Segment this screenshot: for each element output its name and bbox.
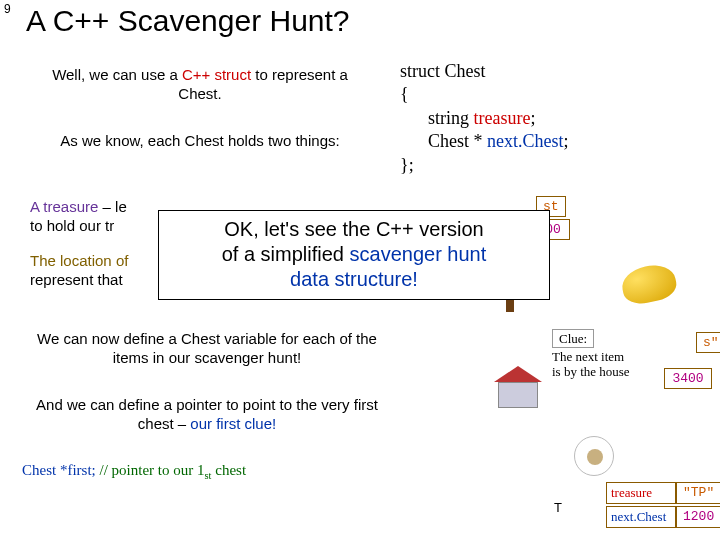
- para-ptr: And we can define a pointer to point to …: [22, 396, 392, 434]
- struct-l5: };: [400, 154, 569, 177]
- struct-l4a: Chest *: [428, 131, 487, 151]
- bananas-icon: [619, 261, 679, 307]
- struct-l3b: treasure: [474, 108, 531, 128]
- struct-l2: {: [400, 83, 569, 106]
- struct-l4b: next.Chest: [487, 131, 564, 151]
- callout-l1: OK, let's see the C++ version: [169, 217, 539, 242]
- clue-next1: The next item: [552, 350, 630, 364]
- first-d: chest: [212, 462, 247, 478]
- fld-nextchest-lbl: next.Chest: [606, 506, 676, 528]
- code-first: Chest *first; // pointer to our 1st ches…: [22, 462, 392, 481]
- clue-next2: is by the house: [552, 365, 630, 379]
- roof-icon: [494, 366, 542, 382]
- para-know: As we know, each Chest holds two things:: [40, 132, 360, 151]
- struct-code: struct Chest { string treasure; Chest * …: [400, 60, 569, 177]
- struct-l3a: string: [428, 108, 474, 128]
- loc-b: represent that: [30, 271, 123, 288]
- ptr-b: our first clue!: [190, 415, 276, 432]
- first-b: // pointer to our 1: [96, 462, 205, 478]
- callout-box: OK, let's see the C++ version of a simpl…: [158, 210, 550, 300]
- first-a: Chest *first;: [22, 462, 96, 478]
- loc-a: The location of: [30, 252, 128, 269]
- frag-3400: 3400: [664, 368, 712, 389]
- frag-s: s": [696, 332, 720, 353]
- first-c: st: [205, 470, 212, 481]
- treasure-a: A treasure: [30, 198, 98, 215]
- clue-box: Clue:: [552, 329, 594, 348]
- struct-l3c: ;: [530, 108, 535, 128]
- fld-treasure-val: "TP": [676, 482, 720, 504]
- house-icon: [498, 382, 538, 408]
- tp-icon: [574, 436, 614, 476]
- treasure-b: – le: [98, 198, 126, 215]
- intro-a: Well, we can use a: [52, 66, 182, 83]
- para-define: We can now define a Chest variable for e…: [22, 330, 392, 368]
- treasure-c: to hold our tr: [30, 217, 114, 234]
- clue-group: Clue: The next item is by the house: [552, 332, 630, 379]
- para-intro: Well, we can use a C++ struct to represe…: [40, 66, 360, 104]
- frag-T: T: [554, 500, 562, 515]
- tree-trunk-icon: [506, 300, 514, 312]
- slide-number: 9: [4, 2, 11, 16]
- fld-treasure-lbl: treasure: [606, 482, 676, 504]
- fld-nextchest-val: 1200: [676, 506, 720, 528]
- frag-3400-val: 3400: [664, 368, 712, 389]
- struct-l4c: ;: [564, 131, 569, 151]
- chest-box-bottom: treasure "TP" next.Chest 1200: [606, 482, 720, 530]
- callout-l2a: of a simplified: [222, 243, 350, 265]
- page-title: A C++ Scavenger Hunt?: [26, 4, 350, 38]
- callout-l2b: scavenger hunt: [350, 243, 487, 265]
- clue-label: Clue:: [552, 332, 630, 346]
- callout-l3: data structure!: [169, 267, 539, 292]
- intro-b: C++ struct: [182, 66, 251, 83]
- struct-l1: struct Chest: [400, 60, 569, 83]
- frag-s-val: s": [696, 332, 720, 353]
